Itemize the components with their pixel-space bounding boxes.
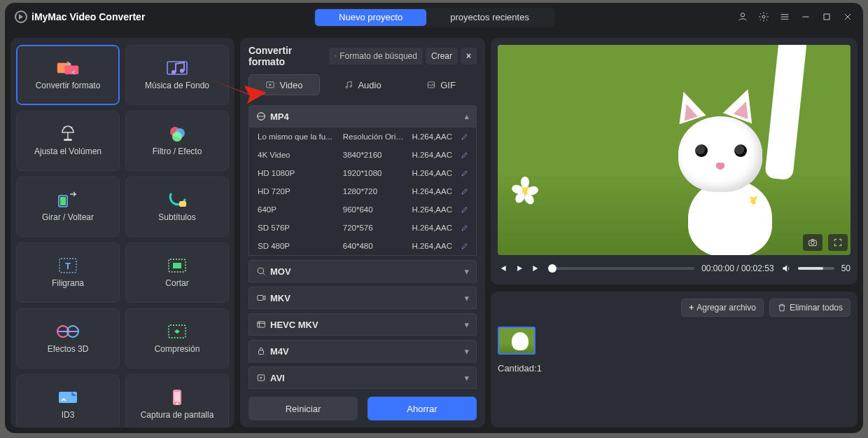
tab-gif-label: GIF xyxy=(440,80,456,90)
format-row-label: Lo mismo que la fu... xyxy=(258,132,339,141)
recent-projects-button[interactable]: proyectos recientes xyxy=(426,9,553,26)
tool-card-label: Filigrana xyxy=(52,278,84,288)
menu-icon[interactable] xyxy=(779,11,790,22)
svg-point-0 xyxy=(741,13,744,17)
maximize-icon[interactable] xyxy=(821,11,832,22)
screenshot-icon xyxy=(165,389,189,406)
play-button[interactable] xyxy=(514,264,524,273)
format-group-avi[interactable]: AVI▾ xyxy=(248,367,477,389)
svg-rect-8 xyxy=(64,139,72,141)
format-search-input[interactable]: Formato de búsqued xyxy=(329,48,423,64)
svg-point-1 xyxy=(762,15,765,18)
tool-card-background-music[interactable]: Música de Fondo xyxy=(125,45,229,105)
close-icon[interactable] xyxy=(842,11,853,22)
svg-text:T: T xyxy=(65,261,71,271)
tool-card-convert-format[interactable]: Convertir formato xyxy=(16,45,120,105)
format-row[interactable]: HD 720P1280*720H.264,AAC xyxy=(249,182,476,200)
volume-icon[interactable] xyxy=(781,264,791,273)
svg-point-26 xyxy=(335,55,337,57)
format-row-codec: H.264,AAC xyxy=(412,132,452,141)
edit-format-icon[interactable] xyxy=(461,224,469,232)
tool-card-label: Música de Fondo xyxy=(145,81,209,90)
edit-format-icon[interactable] xyxy=(461,205,469,214)
svg-rect-35 xyxy=(259,350,264,355)
tool-card-id3[interactable]: ID3 xyxy=(16,374,120,427)
format-row-codec: H.264,AAC xyxy=(412,224,452,232)
watermark-icon: T xyxy=(56,257,80,274)
edit-format-icon[interactable] xyxy=(461,169,469,177)
account-icon[interactable] xyxy=(737,11,748,22)
cut-icon xyxy=(165,257,189,274)
format-row[interactable]: Lo mismo que la fu...Resolución Original… xyxy=(249,128,476,146)
seek-track[interactable] xyxy=(548,267,694,270)
format-group-mp4[interactable]: MP4▴ xyxy=(248,105,477,128)
prev-button[interactable] xyxy=(498,264,507,273)
tab-video[interactable]: Video xyxy=(248,74,320,95)
tool-card-filter-effect[interactable]: Filtro / Efecto xyxy=(125,111,229,171)
format-row[interactable]: 640P960*640H.264,AAC xyxy=(249,200,476,219)
edit-format-icon[interactable] xyxy=(461,242,469,250)
new-project-button[interactable]: Nuevo proyecto xyxy=(315,9,426,26)
tab-gif[interactable]: GIF xyxy=(405,74,477,95)
svg-rect-24 xyxy=(174,392,180,402)
volume-slider[interactable] xyxy=(798,267,834,270)
tool-card-label: Compresión xyxy=(155,344,200,354)
seek-handle[interactable] xyxy=(548,264,556,273)
chevron-down-icon: ▾ xyxy=(465,320,469,329)
titlebar: iMyMac Video Converter Nuevo proyecto pr… xyxy=(5,3,863,31)
edit-format-icon[interactable] xyxy=(461,132,469,141)
tab-audio-label: Audio xyxy=(358,80,381,90)
edit-format-icon[interactable] xyxy=(461,151,469,159)
format-group-mov[interactable]: MOV▾ xyxy=(248,260,477,282)
format-row[interactable]: SD 480P640*480H.264,AAC xyxy=(249,237,476,255)
format-group-m4v[interactable]: M4V▾ xyxy=(248,340,477,362)
format-group-hevc-mkv[interactable]: HEVC MKV▾ xyxy=(248,313,477,336)
tool-card-screenshot[interactable]: Captura de pantalla xyxy=(125,374,229,427)
svg-point-28 xyxy=(346,86,347,88)
format-row[interactable]: 4K Video3840*2160H.264,AAC xyxy=(249,146,476,164)
tool-card-rotate-flip[interactable]: Girar / Voltear xyxy=(16,177,120,237)
tool-card-adjust-volume[interactable]: Ajusta el Volúmen xyxy=(16,111,120,171)
create-format-button[interactable]: Crear xyxy=(426,48,458,64)
time-display: 00:00:00 / 00:02:53 xyxy=(701,264,774,273)
save-button[interactable]: Ahorrar xyxy=(368,397,477,420)
next-button[interactable] xyxy=(531,264,541,273)
file-thumbnail[interactable] xyxy=(498,327,540,355)
svg-rect-18 xyxy=(173,263,181,268)
close-format-panel-button[interactable]: × xyxy=(461,48,477,64)
chevron-up-icon: ▴ xyxy=(465,112,469,121)
format-row[interactable]: SD 576P720*576H.264,AAC xyxy=(249,219,476,237)
format-row-resolution: 720*576 xyxy=(343,224,408,232)
tool-card-subtitles[interactable]: Subtítulos xyxy=(125,177,229,237)
format-panel: Convertir formato Formato de búsqued Cre… xyxy=(240,38,485,427)
quantity-label: Cantidad:1 xyxy=(498,363,850,374)
tool-card-compression[interactable]: Compresión xyxy=(125,308,229,369)
app-window: iMyMac Video Converter Nuevo proyecto pr… xyxy=(5,3,863,433)
svg-rect-34 xyxy=(258,322,265,327)
id3-icon xyxy=(56,389,80,406)
tool-card-effects-3d[interactable]: Efectos 3D xyxy=(16,308,120,369)
format-group-mkv[interactable]: MKV▾ xyxy=(248,287,477,309)
svg-rect-22 xyxy=(59,392,77,403)
format-row[interactable]: HD 1080P1920*1080H.264,AAC xyxy=(249,164,476,182)
compression-icon xyxy=(165,323,189,340)
tool-card-label: Cortar xyxy=(165,278,188,288)
reset-button[interactable]: Reiniciar xyxy=(248,397,358,420)
remove-all-button[interactable]: Eliminar todos xyxy=(769,299,850,317)
format-row-resolution: 3840*2160 xyxy=(343,151,408,159)
add-file-button[interactable]: +Agregar archivo xyxy=(681,299,764,317)
tool-card-label: Convertir formato xyxy=(36,81,101,90)
tool-card-label: ID3 xyxy=(62,410,75,420)
format-row-label: SD 576P xyxy=(258,224,339,232)
tool-card-label: Girar / Voltear xyxy=(42,212,94,222)
fullscreen-button[interactable] xyxy=(828,234,848,251)
settings-icon[interactable] xyxy=(758,11,769,22)
tool-card-cut[interactable]: Cortar xyxy=(125,242,229,303)
svg-point-32 xyxy=(258,268,263,273)
tool-card-watermark[interactable]: TFiligrana xyxy=(16,242,120,303)
minimize-icon[interactable] xyxy=(800,11,811,22)
snapshot-button[interactable] xyxy=(803,234,822,251)
tab-audio[interactable]: Audio xyxy=(327,74,398,95)
edit-format-icon[interactable] xyxy=(461,187,469,196)
format-row-resolution: 1280*720 xyxy=(343,187,408,196)
